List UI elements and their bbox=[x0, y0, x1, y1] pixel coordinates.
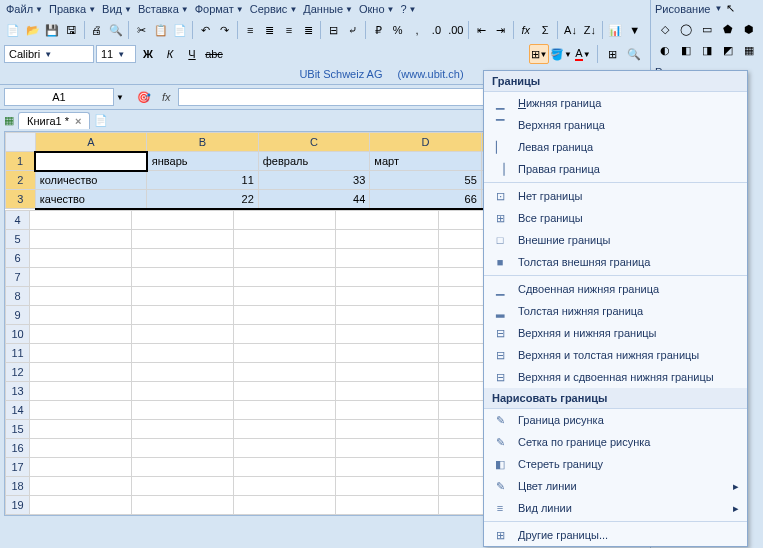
border-right[interactable]: ▕Правая граница bbox=[484, 158, 747, 180]
row-10[interactable]: 10 bbox=[6, 324, 30, 343]
sum-icon[interactable]: Σ bbox=[536, 20, 554, 40]
dec-dec-icon[interactable]: .00 bbox=[447, 20, 465, 40]
shape5-icon[interactable]: ⬢ bbox=[739, 19, 759, 39]
cell[interactable] bbox=[234, 438, 336, 457]
indent-dec-icon[interactable]: ⇤ bbox=[472, 20, 490, 40]
cursor-icon[interactable]: ↖ bbox=[726, 2, 735, 15]
cell[interactable] bbox=[336, 476, 438, 495]
shape10-icon[interactable]: ▦ bbox=[739, 40, 759, 60]
company-link[interactable]: UBit Schweiz AG bbox=[299, 68, 382, 80]
shape3-icon[interactable]: ▭ bbox=[697, 19, 717, 39]
border-top-thick-bottom[interactable]: ⊟Верхняя и толстая нижняя границы bbox=[484, 344, 747, 366]
undo-icon[interactable]: ↶ bbox=[196, 20, 214, 40]
menu-file[interactable]: Файл▼ bbox=[4, 2, 45, 16]
cell[interactable] bbox=[35, 152, 147, 171]
indent-inc-icon[interactable]: ⇥ bbox=[491, 20, 509, 40]
cell[interactable] bbox=[30, 495, 132, 514]
cell[interactable] bbox=[132, 324, 234, 343]
save-icon[interactable]: 💾 bbox=[43, 20, 61, 40]
fx-wizard-icon[interactable]: 🎯 bbox=[134, 87, 154, 107]
sort-desc-icon[interactable]: Z↓ bbox=[581, 20, 599, 40]
more-borders[interactable]: ⊞Другие границы... bbox=[484, 524, 747, 546]
cell[interactable] bbox=[234, 248, 336, 267]
cell[interactable] bbox=[336, 381, 438, 400]
cell[interactable] bbox=[234, 305, 336, 324]
cell[interactable] bbox=[234, 267, 336, 286]
cell[interactable] bbox=[30, 362, 132, 381]
col-B[interactable]: B bbox=[147, 133, 259, 152]
cell[interactable]: 44 bbox=[258, 190, 370, 209]
col-D[interactable]: D bbox=[370, 133, 482, 152]
shape8-icon[interactable]: ◨ bbox=[697, 40, 717, 60]
cell[interactable] bbox=[336, 286, 438, 305]
cell[interactable]: 66 bbox=[370, 190, 482, 209]
cell[interactable]: 55 bbox=[370, 171, 482, 190]
cell[interactable] bbox=[132, 400, 234, 419]
menu-help[interactable]: ?▼ bbox=[398, 2, 418, 16]
col-C[interactable]: C bbox=[258, 133, 370, 152]
row-3[interactable]: 3 bbox=[6, 190, 36, 209]
border-top-bottom[interactable]: ⊟Верхняя и нижняя границы bbox=[484, 322, 747, 344]
cut-icon[interactable]: ✂ bbox=[132, 20, 150, 40]
row-14[interactable]: 14 bbox=[6, 400, 30, 419]
row-13[interactable]: 13 bbox=[6, 381, 30, 400]
cell[interactable] bbox=[30, 419, 132, 438]
currency-icon[interactable]: ₽ bbox=[369, 20, 387, 40]
shape6-icon[interactable]: ◐ bbox=[655, 40, 675, 60]
erase-border[interactable]: ◧Стереть границу bbox=[484, 453, 747, 475]
cell[interactable] bbox=[234, 362, 336, 381]
cell[interactable] bbox=[132, 457, 234, 476]
italic-icon[interactable]: К bbox=[160, 44, 180, 64]
cell[interactable] bbox=[336, 343, 438, 362]
row-8[interactable]: 8 bbox=[6, 286, 30, 305]
line-color[interactable]: ✎Цвет линии▸ bbox=[484, 475, 747, 497]
menu-format[interactable]: Формат▼ bbox=[193, 2, 246, 16]
cell[interactable] bbox=[336, 362, 438, 381]
border-thick[interactable]: ■Толстая внешняя граница bbox=[484, 251, 747, 273]
row-15[interactable]: 15 bbox=[6, 419, 30, 438]
cell[interactable] bbox=[234, 324, 336, 343]
font-name-combo[interactable]: Calibri▼ bbox=[4, 45, 94, 63]
row-16[interactable]: 16 bbox=[6, 438, 30, 457]
menu-insert[interactable]: Вставка▼ bbox=[136, 2, 191, 16]
cell[interactable] bbox=[336, 267, 438, 286]
row-4[interactable]: 4 bbox=[6, 210, 30, 229]
merge-icon[interactable]: ⊟ bbox=[324, 20, 342, 40]
border-top[interactable]: ▔Верхняя граница bbox=[484, 114, 747, 136]
bold-icon[interactable]: Ж bbox=[138, 44, 158, 64]
print-icon[interactable]: 🖨 bbox=[87, 20, 105, 40]
cell[interactable] bbox=[234, 495, 336, 514]
shape7-icon[interactable]: ◧ bbox=[676, 40, 696, 60]
border-thick-bottom[interactable]: ▂Толстая нижняя граница bbox=[484, 300, 747, 322]
dec-inc-icon[interactable]: .0 bbox=[427, 20, 445, 40]
font-size-combo[interactable]: 11▼ bbox=[96, 45, 136, 63]
border-dbl-bottom[interactable]: ▁Сдвоенная нижняя граница bbox=[484, 278, 747, 300]
cell[interactable] bbox=[132, 248, 234, 267]
shape2-icon[interactable]: ◯ bbox=[676, 19, 696, 39]
zoom-icon[interactable]: 🔍 bbox=[624, 44, 644, 64]
cell[interactable] bbox=[132, 495, 234, 514]
cell[interactable] bbox=[234, 419, 336, 438]
border-bottom[interactable]: ▁ННижняя границаижняя граница bbox=[484, 92, 747, 114]
row-1[interactable]: 1 bbox=[6, 152, 36, 171]
cell[interactable] bbox=[336, 457, 438, 476]
cell[interactable] bbox=[30, 381, 132, 400]
cell[interactable] bbox=[132, 362, 234, 381]
border-left[interactable]: ▏Левая граница bbox=[484, 136, 747, 158]
cell[interactable]: февраль bbox=[258, 152, 370, 171]
new-icon[interactable]: 📄 bbox=[4, 20, 22, 40]
menu-data[interactable]: Данные▼ bbox=[301, 2, 355, 16]
fx-icon[interactable]: fx bbox=[517, 20, 535, 40]
cell[interactable] bbox=[234, 229, 336, 248]
col-A[interactable]: A bbox=[35, 133, 147, 152]
cell[interactable] bbox=[30, 476, 132, 495]
cell[interactable] bbox=[30, 457, 132, 476]
cell[interactable] bbox=[132, 210, 234, 229]
border-top-dbl-bottom[interactable]: ⊟Верхняя и сдвоенная нижняя границы bbox=[484, 366, 747, 388]
row-9[interactable]: 9 bbox=[6, 305, 30, 324]
redo-icon[interactable]: ↷ bbox=[216, 20, 234, 40]
font-color-icon[interactable]: A▼ bbox=[573, 44, 593, 64]
copy-icon[interactable]: 📋 bbox=[152, 20, 170, 40]
cell[interactable] bbox=[336, 324, 438, 343]
row-19[interactable]: 19 bbox=[6, 495, 30, 514]
